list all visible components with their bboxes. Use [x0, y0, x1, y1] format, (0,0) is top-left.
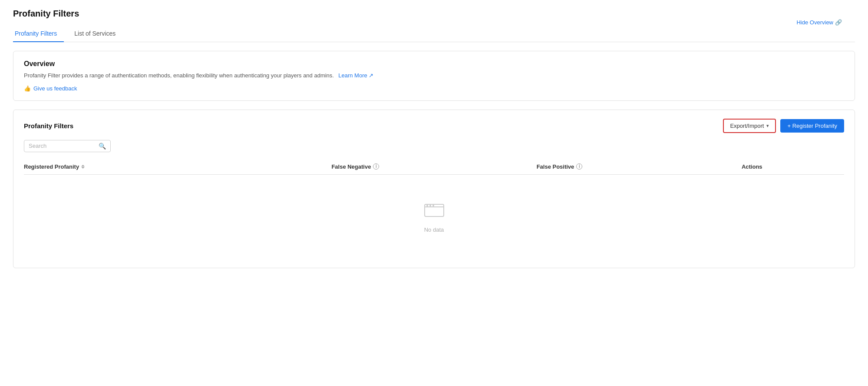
export-import-label: Export/Import	[730, 123, 764, 129]
sort-icon-registered-profanity[interactable]	[81, 165, 85, 169]
page-title: Profanity Filters	[13, 9, 855, 19]
register-profanity-label: + Register Profanity	[787, 123, 837, 129]
search-wrapper[interactable]: 🔍	[24, 140, 111, 152]
chevron-down-icon: ▾	[766, 123, 769, 129]
overview-title: Overview	[24, 60, 844, 68]
svg-point-1	[426, 205, 428, 206]
no-data-text: No data	[424, 226, 444, 233]
false-positive-info-icon: i	[576, 163, 582, 170]
hide-overview-button[interactable]: Hide Overview 🔗	[796, 19, 842, 26]
false-negative-info-icon: i	[373, 163, 379, 170]
card-header: Profanity Filters Export/Import ▾ + Regi…	[24, 119, 844, 133]
no-data-area: No data	[24, 175, 844, 259]
feedback-label: Give us feedback	[33, 85, 77, 92]
profanity-section-title: Profanity Filters	[24, 122, 73, 130]
search-icon: 🔍	[99, 143, 106, 150]
profanity-table: Registered Profanity False Negative i Fa…	[24, 159, 844, 259]
th-false-negative: False Negative i	[331, 163, 536, 170]
search-input[interactable]	[29, 143, 97, 149]
th-registered-profanity: Registered Profanity	[24, 163, 331, 170]
tab-bar: Profanity Filters List of Services	[13, 26, 855, 42]
tab-profanity-filters[interactable]: Profanity Filters	[13, 26, 64, 42]
export-import-button[interactable]: Export/Import ▾	[723, 119, 776, 133]
external-link-icon: ↗	[369, 71, 373, 80]
main-card: Profanity Filters Export/Import ▾ + Regi…	[13, 110, 855, 268]
card-actions: Export/Import ▾ + Register Profanity	[723, 119, 844, 133]
thumbs-up-icon: 👍	[24, 85, 31, 92]
table-header: Registered Profanity False Negative i Fa…	[24, 159, 844, 175]
hide-overview-label: Hide Overview	[796, 19, 833, 26]
svg-point-3	[432, 205, 434, 206]
th-false-positive: False Positive i	[537, 163, 742, 170]
svg-point-2	[429, 205, 431, 206]
no-data-icon	[424, 201, 445, 222]
register-profanity-button[interactable]: + Register Profanity	[780, 119, 844, 133]
learn-more-link[interactable]: Learn More ↗	[336, 71, 373, 80]
feedback-link[interactable]: 👍 Give us feedback	[24, 85, 77, 92]
tab-list-of-services[interactable]: List of Services	[73, 26, 122, 42]
overview-description: Profanity Filter provides a range of aut…	[24, 71, 844, 80]
search-area: 🔍	[24, 140, 844, 152]
eye-icon: 🔗	[835, 19, 842, 26]
overview-card: Overview Profanity Filter provides a ran…	[13, 51, 855, 101]
th-actions: Actions	[742, 163, 844, 170]
